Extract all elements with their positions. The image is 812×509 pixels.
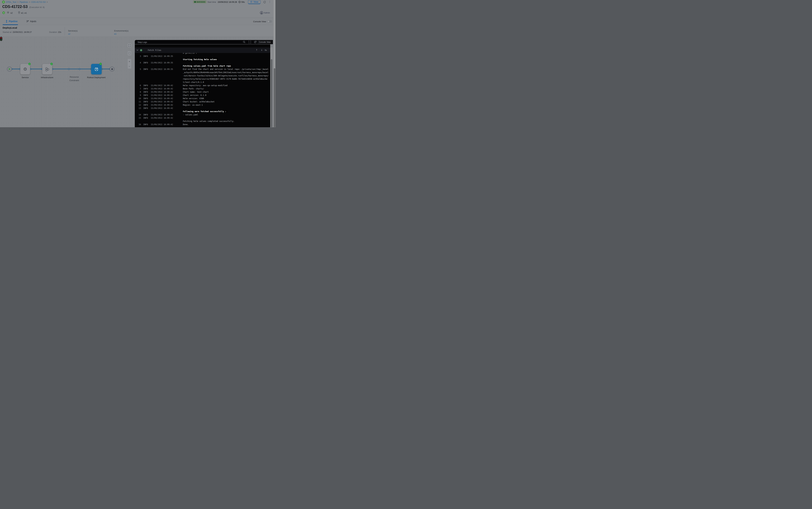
zoom-out-button[interactable]: − xyxy=(127,64,131,69)
arrow-up-icon[interactable]: ↑ xyxy=(256,49,258,51)
log-timestamp: 15/09/2022 16:09:42 xyxy=(151,88,173,90)
traffic-light-green-icon xyxy=(0,39,2,40)
log-timestamp: 15/09/2022 16:09:42 xyxy=(151,84,173,87)
expand-icon[interactable] xyxy=(249,41,251,43)
log-message: Region: us-east-1 xyxy=(183,104,203,106)
log-row: t/test-chart/0.1.0 xyxy=(135,80,270,84)
breadcrumb-link[interactable]: CDS-41722-S3 xyxy=(31,1,45,3)
view-button-label: View xyxy=(253,1,258,3)
chevron-right-icon: > xyxy=(29,1,30,3)
play-icon xyxy=(9,68,10,70)
environments-value[interactable]: e1 xyxy=(114,33,116,35)
node-resource-constraint[interactable] xyxy=(0,37,2,41)
console-view-toggle[interactable] xyxy=(267,20,272,23)
environment-tag[interactable]: e2, e1 xyxy=(21,12,27,14)
log-row: repository/helm/source/93602db7-89f2-317… xyxy=(135,77,270,80)
log-line-number: 11 xyxy=(135,101,141,103)
stage-name: DeployLocal xyxy=(3,26,17,29)
duration-label: Duration: xyxy=(49,31,58,33)
services-value[interactable]: s2 xyxy=(68,33,70,35)
service-gear-icon: ⚙ xyxy=(7,11,9,14)
page-scrollbar-thumb[interactable] xyxy=(274,68,275,127)
node-label-rollout-deployment: Rollout Deployment xyxy=(86,76,106,79)
breadcrumb-link[interactable]: CFDs_Test xyxy=(6,1,16,3)
log-message: Chart version: 0.1.0 xyxy=(183,94,207,96)
refresh-icon[interactable] xyxy=(263,1,266,3)
log-section-fetch-files[interactable]: ✓ Fetch Files ↑ ↓ 9s xyxy=(135,47,270,53)
view-button[interactable]: View xyxy=(248,0,260,4)
log-scrollbar[interactable] xyxy=(270,47,273,127)
log-timestamp: 15/09/2022 16:09:42 xyxy=(151,94,173,96)
log-row: 7INFO15/09/2022 16:09:42Base Path: chart… xyxy=(135,87,270,90)
log-row: Starting fetching Helm values xyxy=(135,58,270,61)
log-message: Helm repository: aws-qa-setup-modified xyxy=(183,84,227,87)
status-badge: ✓ SUCCESS xyxy=(193,0,207,3)
external-link-icon[interactable] xyxy=(254,41,256,43)
log-row: 10INFO15/09/2022 16:09:42Helm version: V… xyxy=(135,97,270,100)
log-level: INFO xyxy=(143,68,148,70)
log-row: Fetching values.yaml from helm chart rep… xyxy=(135,64,270,68)
start-node[interactable] xyxy=(7,67,12,71)
page-scrollbar[interactable] xyxy=(273,0,275,127)
port xyxy=(68,68,70,70)
started-label: Started at: xyxy=(3,31,12,33)
log-line-number: 4 xyxy=(135,62,141,64)
search-icon[interactable] xyxy=(243,41,246,43)
tab-pipeline[interactable]: Pipeline xyxy=(5,20,17,23)
kebab-menu-icon[interactable]: ⋮ xyxy=(268,0,271,3)
marquee-select-icon xyxy=(128,52,131,54)
log-panel-title: Step Logs xyxy=(138,41,147,43)
arrow-down-icon[interactable]: ↓ xyxy=(261,49,263,51)
log-row: _achyuth/d605e19b46448ceaacb01fb4c19633a… xyxy=(135,71,270,74)
avatar[interactable] xyxy=(260,11,263,14)
log-row: -out/darwin-fastbuild/bin/260-delegate/e… xyxy=(135,74,270,77)
title-row: CDS-41722-S3 (Execution Id: 8) xyxy=(2,5,45,9)
breadcrumb-link[interactable]: Pipelines xyxy=(20,1,28,3)
check-badge: ✓ xyxy=(99,63,102,65)
log-message: Following were fetched successfully : xyxy=(182,110,227,113)
log-level: INFO xyxy=(143,62,148,64)
log-row: Fetching helm values completed successfu… xyxy=(135,120,270,123)
log-level: INFO xyxy=(143,104,148,106)
traffic-light-red-icon xyxy=(0,37,2,38)
zoom-in-button[interactable]: + xyxy=(127,59,131,64)
section-success-icon: ✓ xyxy=(140,49,142,52)
execution-id: (Execution Id: 8) xyxy=(29,6,45,8)
canvas-fullscreen-button[interactable] xyxy=(127,43,131,47)
log-panel-header: Step Logs Console View xyxy=(135,40,273,44)
success-check-icon: ✓ xyxy=(194,1,196,3)
log-scrollbar-thumb[interactable] xyxy=(271,59,272,127)
log-level: INFO xyxy=(143,97,148,100)
tab-inputs[interactable]: Inputs xyxy=(26,20,36,23)
chevron-right-icon: > xyxy=(17,1,19,3)
service-tag[interactable]: s2 xyxy=(10,12,13,14)
console-view-button[interactable]: Console View xyxy=(258,40,272,44)
log-row: 6INFO15/09/2022 16:09:42Helm repository:… xyxy=(135,84,270,87)
log-timestamp: 15/09/2022 16:09:35 xyxy=(151,68,173,70)
started-value: 15/09/2022, 16:09:27 xyxy=(12,31,32,33)
log-row: 3INFO15/09/2022 16:09:35 xyxy=(135,55,270,58)
stage-summary: DeployLocal Started at: 15/09/2022, 16:0… xyxy=(0,25,275,37)
log-line-number: 8 xyxy=(135,91,141,93)
log-message: -out/darwin-fastbuild/bin/260-delegate/e… xyxy=(183,75,268,77)
log-line-number: 6 xyxy=(135,84,141,87)
user-name[interactable]: Admin xyxy=(264,11,270,14)
log-line-number: 15 xyxy=(135,117,141,119)
node-infrastructure[interactable] xyxy=(42,64,52,74)
node-service[interactable]: ⚙ xyxy=(20,64,30,74)
node-rollout-deployment[interactable] xyxy=(91,64,102,74)
log-message: Fetching values.yaml from helm chart rep… xyxy=(182,65,232,67)
log-line-number: 7 xyxy=(135,88,141,90)
summary-divider xyxy=(65,27,65,36)
inputs-tab-icon xyxy=(26,20,29,23)
canvas-select-button[interactable] xyxy=(127,52,131,55)
log-level: INFO xyxy=(143,101,148,103)
check-badge: ✓ xyxy=(28,63,31,65)
log-level: INFO xyxy=(143,91,148,93)
port xyxy=(79,68,80,70)
execution-page: ∞ CFDs_Test>Pipelines>CDS-41722-S3> ✓ SU… xyxy=(0,0,275,127)
log-line-number: 10 xyxy=(135,97,141,100)
duration-value: 22s xyxy=(58,31,61,33)
log-line-number: 9 xyxy=(135,94,141,96)
section-duration: 9s xyxy=(265,49,267,52)
